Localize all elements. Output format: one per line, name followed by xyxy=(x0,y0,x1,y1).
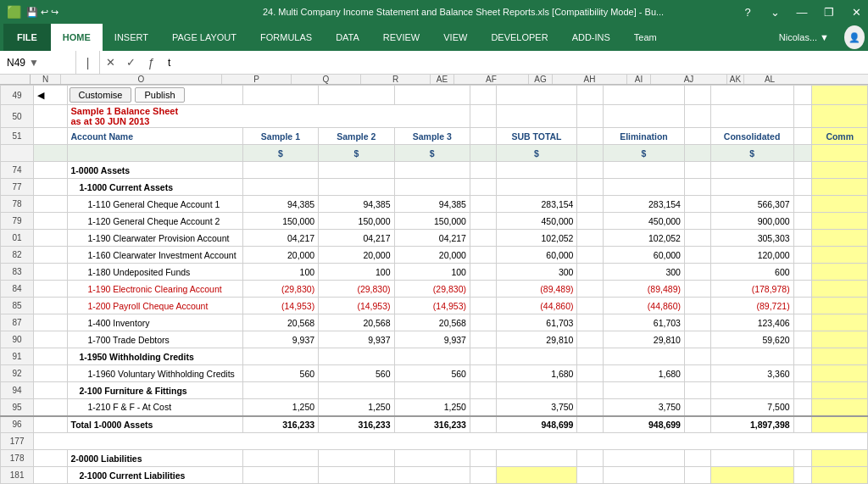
cell-AI74[interactable] xyxy=(684,162,710,179)
cell-AG85[interactable] xyxy=(577,298,604,314)
tab-addins[interactable]: ADD-INS xyxy=(560,24,622,51)
cell-AI96[interactable] xyxy=(684,416,710,433)
cell-AE77[interactable] xyxy=(470,179,496,196)
ribbon-toggle[interactable]: ⌄ xyxy=(763,0,787,24)
cell-Q49[interactable] xyxy=(319,86,394,105)
cell-AL85[interactable] xyxy=(812,298,868,314)
col-header-AJ[interactable]: AJ xyxy=(651,75,727,84)
tab-developer[interactable]: DEVELOPER xyxy=(479,24,559,51)
cell-AF94[interactable] xyxy=(496,382,577,399)
cell-AE51[interactable] xyxy=(470,128,496,145)
cell-Q77[interactable] xyxy=(319,179,394,196)
cell-AK83[interactable] xyxy=(793,264,812,281)
tab-home[interactable]: HOME xyxy=(51,24,103,51)
cell-AJ181[interactable] xyxy=(710,467,793,484)
cell-dollar-AE[interactable] xyxy=(470,145,496,162)
cell-AL87[interactable] xyxy=(812,314,868,331)
cell-AE96[interactable] xyxy=(470,416,496,433)
cell-AK78[interactable] xyxy=(793,196,812,213)
cell-R74[interactable] xyxy=(394,162,470,179)
tab-team[interactable]: Team xyxy=(622,24,669,51)
tab-user[interactable]: Nicolas... ▼ xyxy=(767,24,841,51)
cell-N90[interactable] xyxy=(34,331,67,348)
cell-N50[interactable] xyxy=(34,105,67,128)
cell-N49[interactable]: ◀ xyxy=(34,86,67,105)
cell-AI95[interactable] xyxy=(684,399,710,416)
cell-AK51[interactable] xyxy=(793,128,812,145)
help-button[interactable]: ? xyxy=(736,0,760,24)
cell-P77[interactable] xyxy=(242,179,318,196)
col-header-R[interactable]: R xyxy=(361,75,431,84)
cell-AI51[interactable] xyxy=(684,128,710,145)
cell-AF91[interactable] xyxy=(496,348,577,365)
cell-AG82[interactable] xyxy=(577,247,604,264)
cell-P91[interactable] xyxy=(242,348,318,365)
cell-AF181[interactable] xyxy=(496,467,577,484)
cell-AE82[interactable] xyxy=(470,247,496,264)
dropdown-arrow[interactable]: ▼ xyxy=(29,57,39,69)
cell-AG181[interactable] xyxy=(577,467,604,484)
cell-AI87[interactable] xyxy=(684,314,710,331)
cell-AL83[interactable] xyxy=(812,264,868,281)
tab-data[interactable]: DATA xyxy=(324,24,371,51)
cell-AG78[interactable] xyxy=(577,196,604,213)
cell-reference[interactable]: N49 ▼ xyxy=(0,51,76,74)
cell-AG90[interactable] xyxy=(577,331,604,348)
cell-AK92[interactable] xyxy=(793,365,812,382)
cell-AK90[interactable] xyxy=(793,331,812,348)
cell-AK85[interactable] xyxy=(793,298,812,314)
cell-N83[interactable] xyxy=(34,264,67,281)
cell-AI82[interactable] xyxy=(684,247,710,264)
cell-AH91[interactable] xyxy=(604,348,685,365)
cell-AI91[interactable] xyxy=(684,348,710,365)
cell-AG94[interactable] xyxy=(577,382,604,399)
cell-N84[interactable] xyxy=(34,281,67,298)
cell-AL96[interactable] xyxy=(812,416,868,433)
cell-R94[interactable] xyxy=(394,382,470,399)
cell-AG51[interactable] xyxy=(577,128,604,145)
cell-AK178[interactable] xyxy=(793,450,812,467)
minimize-button[interactable]: — xyxy=(790,0,814,24)
cell-AL82[interactable] xyxy=(812,247,868,264)
cell-AG178[interactable] xyxy=(577,450,604,467)
cell-AL178[interactable] xyxy=(812,450,868,467)
cell-dollar-N[interactable] xyxy=(34,145,67,162)
cell-P74[interactable] xyxy=(242,162,318,179)
cell-N77[interactable] xyxy=(34,179,67,196)
col-header-AE[interactable]: AE xyxy=(431,75,454,84)
cell-AE94[interactable] xyxy=(470,382,496,399)
cell-AL50[interactable] xyxy=(812,105,868,128)
cell-R49[interactable] xyxy=(394,86,470,105)
cell-AI92[interactable] xyxy=(684,365,710,382)
tab-file[interactable]: FILE xyxy=(3,24,51,51)
cell-dollar-AG[interactable] xyxy=(577,145,604,162)
cell-AI85[interactable] xyxy=(684,298,710,314)
cell-AG77[interactable] xyxy=(577,179,604,196)
cell-N51[interactable] xyxy=(34,128,67,145)
col-header-AI[interactable]: AI xyxy=(627,75,651,84)
cell-AG92[interactable] xyxy=(577,365,604,382)
cell-AI50[interactable] xyxy=(684,105,710,128)
cell-AI83[interactable] xyxy=(684,264,710,281)
publish-button[interactable]: Publish xyxy=(135,87,184,103)
cell-AE79[interactable] xyxy=(470,213,496,230)
cell-Q94[interactable] xyxy=(319,382,394,399)
cell-AK49[interactable] xyxy=(793,86,812,105)
cell-AF74[interactable] xyxy=(496,162,577,179)
cell-AL95[interactable] xyxy=(812,399,868,416)
insert-function-icon[interactable]: ƒ xyxy=(141,51,161,74)
cell-N74[interactable] xyxy=(34,162,67,179)
user-avatar[interactable]: 👤 xyxy=(844,25,865,49)
cell-N85[interactable] xyxy=(34,298,67,314)
cell-P178[interactable] xyxy=(242,450,318,467)
cell-AK79[interactable] xyxy=(793,213,812,230)
cell-AG83[interactable] xyxy=(577,264,604,281)
cell-AG01[interactable] xyxy=(577,230,604,247)
cell-AI79[interactable] xyxy=(684,213,710,230)
cell-AK91[interactable] xyxy=(793,348,812,365)
cell-AH181[interactable] xyxy=(604,467,685,484)
cell-AJ94[interactable] xyxy=(710,382,793,399)
formula-input[interactable] xyxy=(161,51,868,74)
cell-AL181[interactable] xyxy=(812,467,868,484)
cell-AL49[interactable] xyxy=(812,86,868,105)
